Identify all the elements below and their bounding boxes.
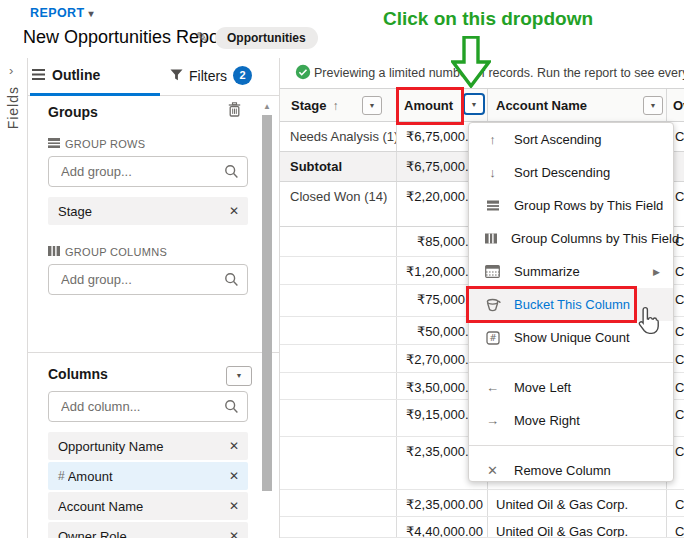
amount-cell: ₹4,40,000.00 <box>397 517 488 537</box>
fields-panel-collapsed: › Fields <box>0 58 28 538</box>
chip-label: Account Name <box>58 499 229 514</box>
stage-cell <box>280 490 397 516</box>
submenu-caret-icon: ▶ <box>653 267 660 277</box>
stage-header-menu-button[interactable]: ▼ <box>362 96 382 115</box>
menu-item-bucket-this-column[interactable]: Bucket This Column <box>469 288 673 321</box>
unique-count-icon: # <box>484 331 501 345</box>
table-row[interactable]: ₹4,40,000.00United Oil & Gas Corp.CE <box>280 517 684 538</box>
scroll-up-arrow-icon[interactable]: ▲ <box>263 102 271 111</box>
add-row-group-input[interactable] <box>48 156 248 187</box>
tab-outline[interactable]: Outline <box>32 66 100 84</box>
chip-label: Opportunity Name <box>58 439 229 454</box>
menu-item-group-columns-by-this-field[interactable]: Group Columns by This Field <box>469 222 673 255</box>
add-column-input[interactable] <box>48 391 248 422</box>
menu-item-label: Bucket This Column <box>514 297 630 312</box>
bucket-icon <box>484 298 501 312</box>
arrow-down-icon: ↓ <box>484 165 501 180</box>
stage-cell <box>280 345 397 372</box>
arrow-left-icon: ← <box>484 380 501 395</box>
account-header-menu-button[interactable]: ▼ <box>643 96 663 115</box>
menu-item-remove-column[interactable]: ✕Remove Column <box>469 454 673 487</box>
menu-item-label: Group Rows by This Field <box>514 198 663 213</box>
remove-chip-icon[interactable]: ✕ <box>229 204 239 218</box>
menu-item-move-right[interactable]: →Move Right <box>469 404 673 437</box>
sidebar-scrollbar-thumb[interactable] <box>262 115 272 491</box>
tab-filters-label: Filters <box>189 68 227 84</box>
menu-item-label: Summarize <box>514 264 580 279</box>
group-rows-icon <box>48 137 60 151</box>
group-rows-icon <box>484 199 501 212</box>
stage-cell <box>280 400 397 436</box>
column-header-stage[interactable]: Stage↑ ▼ <box>280 89 397 121</box>
remove-chip-icon[interactable]: ✕ <box>229 469 239 483</box>
stage-header-label: Stage <box>291 98 326 113</box>
account-cell: United Oil & Gas Corp. <box>488 490 667 516</box>
filter-funnel-icon <box>170 67 183 85</box>
column-header-account-name[interactable]: Account Name ▼ <box>488 89 667 121</box>
column-chip-account-name[interactable]: Account Name✕ <box>48 492 248 520</box>
columns-menu-button[interactable]: ▼ <box>226 364 252 384</box>
account-name-header-label: Account Name <box>496 98 587 113</box>
row-group-chip-stage[interactable]: Stage✕ <box>48 197 248 225</box>
column-chip-owner-role[interactable]: Owner Role✕ <box>48 522 248 538</box>
group-rows-label-row: GROUP ROWS <box>48 137 145 151</box>
account-cell: United Oil & Gas Corp. <box>488 517 667 537</box>
remove-chip-icon[interactable]: ✕ <box>229 529 239 538</box>
stage-cell <box>280 257 397 284</box>
remove-chip-icon[interactable]: ✕ <box>229 499 239 513</box>
chip-label: Amount <box>68 469 229 484</box>
sidebar-tabs: Outline Filters 2 <box>28 58 279 96</box>
amount-header-label: Amount <box>404 98 453 113</box>
owner-role-cell: CE <box>667 517 684 537</box>
amount-header-menu-button[interactable]: ▼ <box>463 93 485 115</box>
menu-item-sort-descending[interactable]: ↓Sort Descending <box>469 156 673 189</box>
top-bar: REPORT▾ New Opportunities Report ✎ Oppor… <box>0 0 684 58</box>
amount-cell: ₹2,35,000.00 <box>397 490 488 516</box>
menu-item-show-unique-count[interactable]: #Show Unique Count <box>469 321 673 354</box>
column-chip-amount[interactable]: #Amount✕ <box>48 462 248 490</box>
menu-item-move-left[interactable]: ←Move Left <box>469 371 673 404</box>
menu-item-sort-ascending[interactable]: ↑Sort Ascending <box>469 123 673 156</box>
menu-item-label: Sort Descending <box>514 165 610 180</box>
menu-item-label: Move Left <box>514 380 571 395</box>
table-row[interactable]: ₹2,35,000.00United Oil & Gas Corp.CE <box>280 490 684 517</box>
menu-item-label: Move Right <box>514 413 580 428</box>
group-columns-icon <box>48 245 60 259</box>
delete-groups-trash-icon[interactable] <box>228 102 241 121</box>
annotation-label: Click on this dropdown <box>383 8 593 30</box>
menu-divider <box>469 362 673 363</box>
report-type-dropdown[interactable]: REPORT▾ <box>30 6 94 20</box>
tab-filters[interactable]: Filters 2 <box>170 66 252 85</box>
stage-cell <box>280 317 397 344</box>
groups-section-title: Groups <box>48 104 98 120</box>
caret-down-icon: ▼ <box>236 372 243 379</box>
menu-item-group-rows-by-this-field[interactable]: Group Rows by This Field <box>469 189 673 222</box>
chip-label: Stage <box>58 204 229 219</box>
add-column-group-input[interactable] <box>48 264 248 295</box>
expand-fields-chevron-icon[interactable]: › <box>9 63 13 78</box>
summarize-icon <box>484 265 501 278</box>
tab-outline-label: Outline <box>52 67 100 83</box>
report-builder-screen: REPORT▾ New Opportunities Report ✎ Oppor… <box>0 0 684 538</box>
stage-cell: Subtotal <box>280 152 397 181</box>
column-header-amount[interactable]: Amount ▼ <box>397 89 488 121</box>
active-tab-underline <box>30 93 160 96</box>
arrow-right-icon: → <box>484 413 501 428</box>
remove-chip-icon[interactable]: ✕ <box>229 439 239 453</box>
stage-cell: Needs Analysis (1) <box>280 122 397 151</box>
number-type-prefix-icon: # <box>58 469 65 483</box>
outline-sidebar: Outline Filters 2 Groups GROUP ROWS Stag… <box>28 58 280 538</box>
group-rows-label: GROUP ROWS <box>65 138 145 150</box>
divider <box>28 352 279 353</box>
group-columns-label: GROUP COLUMNS <box>65 246 167 258</box>
svg-text:#: # <box>489 333 497 343</box>
menu-item-summarize[interactable]: Summarize▶ <box>469 255 673 288</box>
stage-cell: Closed Won (14) <box>280 182 397 226</box>
edit-title-pencil-icon[interactable]: ✎ <box>196 29 208 45</box>
columns-section-title: Columns <box>48 366 108 382</box>
sort-ascending-arrow-icon: ↑ <box>332 99 338 113</box>
column-chip-opportunity-name[interactable]: Opportunity Name✕ <box>48 432 248 460</box>
stage-cell <box>280 227 397 256</box>
column-header-owner-role[interactable]: Ov <box>667 89 684 121</box>
menu-item-label: Group Columns by This Field <box>511 231 679 246</box>
